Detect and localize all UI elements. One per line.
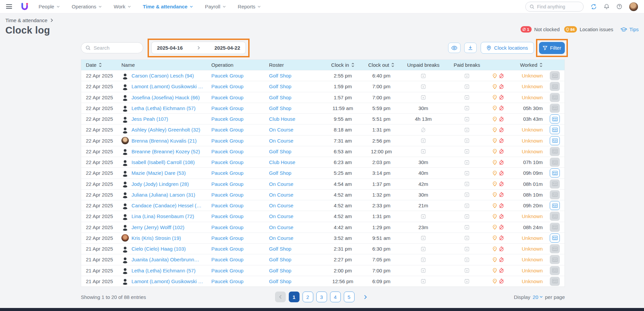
timesheet-button[interactable] xyxy=(550,234,560,243)
operation-link[interactable]: Paucek Group xyxy=(211,127,244,133)
breadcrumb-link[interactable]: Time & attendance xyxy=(5,17,47,23)
employee-link[interactable]: Brenna (Brenna) Kuvalis (21) xyxy=(131,138,197,144)
employee-link[interactable]: Josefina (Josefina) Hauck (66) xyxy=(131,95,200,100)
employee-link[interactable]: Letha (Letha) Eichmann (57) xyxy=(131,105,196,111)
date-to[interactable]: 2025-04-22 xyxy=(214,45,240,51)
operation-link[interactable]: Paucek Group xyxy=(211,235,244,241)
operation-link[interactable]: Paucek Group xyxy=(211,203,244,208)
sync-icon[interactable] xyxy=(591,4,597,10)
timesheet-button[interactable] xyxy=(550,201,560,210)
operation-link[interactable]: Paucek Group xyxy=(211,138,244,144)
nav-item-people[interactable]: People xyxy=(39,4,60,9)
employee-link[interactable]: Candace (Candace) Hessel (… xyxy=(131,203,201,208)
roster-link[interactable]: On Course xyxy=(269,213,293,219)
operation-link[interactable]: Paucek Group xyxy=(211,192,244,198)
date-from[interactable]: 2025-04-16 xyxy=(157,45,183,51)
date-range-picker[interactable]: 2025-04-16 2025-04-22 xyxy=(151,42,246,54)
page-button-2[interactable]: 2 xyxy=(303,292,313,302)
roster-link[interactable]: Golf Shop xyxy=(269,105,291,111)
column-header-clock-in[interactable]: Clock in xyxy=(324,62,362,68)
clock-locations-button[interactable]: Clock locations xyxy=(481,42,534,54)
timesheet-button[interactable] xyxy=(550,125,560,134)
tips-button[interactable]: Tips xyxy=(621,27,639,32)
column-header-roster[interactable]: Roster xyxy=(264,62,324,68)
nav-item-work[interactable]: Work xyxy=(114,4,131,9)
roster-link[interactable]: Golf Shop xyxy=(269,257,291,262)
roster-link[interactable]: Golf Shop xyxy=(269,95,291,100)
employee-link[interactable]: Letha (Letha) Eichmann (57) xyxy=(131,268,196,273)
roster-link[interactable]: On Course xyxy=(269,224,293,230)
roster-link[interactable]: Golf Shop xyxy=(269,84,291,89)
global-search[interactable] xyxy=(525,2,584,12)
operation-link[interactable]: Paucek Group xyxy=(211,159,244,165)
operation-link[interactable]: Paucek Group xyxy=(211,213,244,219)
timesheet-button[interactable] xyxy=(550,168,560,177)
nav-item-payroll[interactable]: Payroll xyxy=(205,4,226,9)
roster-link[interactable]: Golf Shop xyxy=(269,73,291,79)
employee-link[interactable]: Lamont (Lamont) Gusikowski … xyxy=(131,278,203,284)
operation-link[interactable]: Paucek Group xyxy=(211,95,244,100)
column-header-operation[interactable]: Operation xyxy=(207,62,264,68)
operation-link[interactable]: Paucek Group xyxy=(211,73,244,79)
roster-link[interactable]: On Course xyxy=(269,127,293,133)
roster-link[interactable]: Golf Shop xyxy=(269,268,291,273)
column-header-worked[interactable]: Worked xyxy=(508,62,545,68)
roster-link[interactable]: Club House xyxy=(269,159,295,165)
table-search-input[interactable] xyxy=(94,45,137,51)
roster-link[interactable]: On Course xyxy=(269,192,293,198)
employee-link[interactable]: Lina (Lina) Rosenbaum (72) xyxy=(131,213,194,219)
employee-link[interactable]: Cielo (Cielo) Haag (103) xyxy=(131,246,186,252)
timesheet-button[interactable] xyxy=(550,114,560,123)
timesheet-button[interactable] xyxy=(550,136,560,145)
roster-link[interactable]: Golf Shop xyxy=(269,278,291,284)
employee-link[interactable]: Jess Peah (107) xyxy=(131,116,168,122)
employee-link[interactable]: Juanita (Juanita) Oberbrunn… xyxy=(131,257,199,262)
operation-link[interactable]: Paucek Group xyxy=(211,181,244,187)
column-header-name[interactable]: Name xyxy=(119,62,207,68)
operation-link[interactable]: Paucek Group xyxy=(211,170,244,176)
filter-button[interactable]: Filter xyxy=(539,42,565,54)
page-button-1[interactable]: 1 xyxy=(289,292,300,302)
operation-link[interactable]: Paucek Group xyxy=(211,105,244,111)
table-search[interactable] xyxy=(81,42,143,53)
menu-icon[interactable] xyxy=(6,4,12,9)
notifications-bell-icon[interactable] xyxy=(604,4,609,9)
export-button[interactable] xyxy=(464,43,477,53)
per-page-select[interactable]: 20 xyxy=(533,294,543,300)
column-header-date[interactable]: Date xyxy=(81,62,119,68)
page-button-5[interactable]: 5 xyxy=(344,292,355,302)
roster-link[interactable]: On Course xyxy=(269,181,293,187)
user-avatar[interactable] xyxy=(629,2,638,11)
operation-link[interactable]: Paucek Group xyxy=(211,257,244,262)
operation-link[interactable]: Paucek Group xyxy=(211,224,244,230)
global-search-input[interactable] xyxy=(537,4,577,9)
employee-link[interactable]: Mazie (Mazie) Dare (53) xyxy=(131,170,186,176)
page-button-4[interactable]: 4 xyxy=(330,292,341,302)
next-page-button[interactable] xyxy=(360,292,371,302)
employee-link[interactable]: Ashley (Ashley) Greenholt (32) xyxy=(131,127,200,133)
employee-link[interactable]: Jody (Jody) Lindgren (28) xyxy=(131,181,189,187)
nav-item-operations[interactable]: Operations xyxy=(72,4,102,9)
roster-link[interactable]: Golf Shop xyxy=(269,246,291,252)
column-visibility-button[interactable] xyxy=(448,43,461,53)
operation-link[interactable]: Paucek Group xyxy=(211,268,244,273)
nav-item-time-attendance[interactable]: Time & attendance xyxy=(143,4,193,9)
roster-link[interactable]: On Course xyxy=(269,203,293,208)
roster-link[interactable]: Golf Shop xyxy=(269,149,291,154)
operation-link[interactable]: Paucek Group xyxy=(211,278,244,284)
employee-link[interactable]: Isabell (Isabell) Carroll (108) xyxy=(131,159,195,165)
employee-link[interactable]: Lamont (Lamont) Gusikowski … xyxy=(131,84,203,89)
employee-link[interactable]: Breanne (Breanne) Kozey (52) xyxy=(131,149,200,154)
column-header-unpaid-breaks[interactable]: Unpaid breaks xyxy=(401,62,445,68)
roster-link[interactable]: On Course xyxy=(269,235,293,241)
employee-link[interactable]: Carson (Carson) Lesch (94) xyxy=(131,73,194,79)
employee-link[interactable]: Jerry (Jerry) Wolff (102) xyxy=(131,224,184,230)
column-header-clock-out[interactable]: Clock out xyxy=(362,62,401,68)
operation-link[interactable]: Paucek Group xyxy=(211,116,244,122)
operation-link[interactable]: Paucek Group xyxy=(211,149,244,154)
app-logo-icon[interactable] xyxy=(21,2,29,11)
nav-item-reports[interactable]: Reports xyxy=(238,4,261,9)
page-button-3[interactable]: 3 xyxy=(316,292,327,302)
roster-link[interactable]: Club House xyxy=(269,116,295,122)
column-header-paid-breaks[interactable]: Paid breaks xyxy=(445,62,488,68)
